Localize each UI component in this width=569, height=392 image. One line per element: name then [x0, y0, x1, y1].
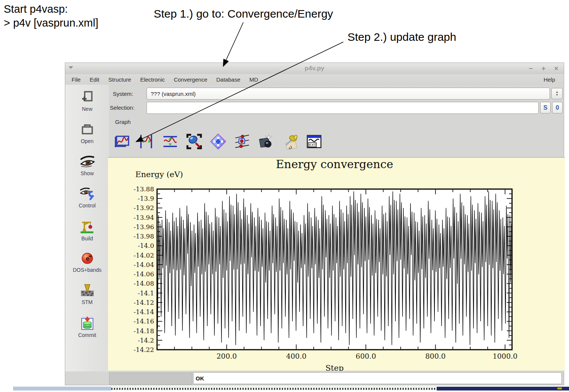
- menu-convergence[interactable]: Convergence: [170, 75, 211, 84]
- sidebar-item-label: DOS+bands: [73, 267, 102, 273]
- menu-electronic[interactable]: Electronic: [136, 75, 169, 84]
- annotation-step1: Step 1.) go to: Convergence/Energy: [154, 7, 333, 20]
- svg-text:-13.94: -13.94: [134, 214, 154, 221]
- update-graph-button[interactable]: [114, 133, 130, 150]
- svg-text:-14.04: -14.04: [134, 261, 154, 268]
- pan-icon: [210, 133, 226, 150]
- sidebar-item-label: Show: [81, 170, 94, 176]
- sidebar-item-label: Control: [79, 203, 96, 209]
- step1-arrow: [223, 22, 243, 66]
- open-icon: [80, 122, 95, 137]
- system-value: ??? (vasprun.xml): [151, 91, 196, 97]
- svg-text:-14.08: -14.08: [134, 280, 154, 287]
- svg-text:-14.0: -14.0: [138, 242, 154, 249]
- svg-text:800.0: 800.0: [425, 352, 446, 360]
- system-combobox[interactable]: ??? (vasprun.xml): [147, 88, 550, 100]
- svg-text:600.0: 600.0: [356, 352, 376, 360]
- svg-text:400.0: 400.0: [286, 352, 306, 360]
- menu-file[interactable]: File: [67, 75, 85, 84]
- selection-s-button[interactable]: S: [540, 102, 551, 113]
- graph-options-button[interactable]: [234, 133, 250, 150]
- sidebar-item-commit[interactable]: Commit: [65, 315, 109, 347]
- svg-text:EXT.: EXT.: [309, 143, 317, 147]
- energy-convergence-chart[interactable]: -13.88-13.9-13.92-13.94-13.96-13.98-14.0…: [108, 158, 565, 371]
- sidebar-item-new[interactable]: New: [65, 90, 109, 122]
- svg-text:-14.14: -14.14: [134, 308, 154, 316]
- graph-panel[interactable]: -13.88-13.9-13.92-13.94-13.96-13.98-14.0…: [108, 157, 565, 371]
- graph-options-icon: [234, 133, 250, 150]
- sidebar-item-stm[interactable]: STM: [65, 283, 109, 315]
- svg-text:-14.12: -14.12: [134, 299, 154, 306]
- selection-input[interactable]: [147, 102, 539, 114]
- app-window: p4v.py − + × File Edit Structure Electro…: [65, 63, 564, 385]
- menu-md[interactable]: MD: [245, 75, 262, 84]
- system-label: System:: [113, 91, 133, 97]
- sidebar-item-label: Open: [81, 138, 93, 144]
- snapshot-button[interactable]: [258, 133, 274, 150]
- fit-horizontal-button[interactable]: [138, 133, 154, 150]
- update-graph-icon: [114, 134, 130, 149]
- svg-text:200.0: 200.0: [216, 352, 237, 360]
- svg-text:e: e: [86, 255, 89, 262]
- sidebar-item-open[interactable]: Open: [65, 122, 109, 154]
- zoom-button[interactable]: [186, 133, 202, 150]
- menu-structure[interactable]: Structure: [104, 75, 135, 84]
- svg-text:-14.1: -14.1: [138, 289, 154, 297]
- titlebar[interactable]: p4v.py − + ×: [65, 63, 564, 74]
- svg-text:-13.9: -13.9: [138, 195, 154, 202]
- stm-icon: [79, 283, 96, 298]
- svg-text:-13.96: -13.96: [134, 223, 154, 231]
- fit-horizontal-icon: [138, 134, 154, 149]
- menu-database[interactable]: Database: [212, 75, 244, 84]
- fit-vertical-icon: [162, 134, 178, 149]
- publish-icon: [282, 133, 298, 150]
- system-spinner[interactable]: ▲ ▼: [551, 88, 563, 99]
- window-menu-icon[interactable]: [69, 66, 73, 69]
- sidebar-item-label: Build: [81, 235, 93, 241]
- background-window-strip: [13, 386, 569, 391]
- sidebar-item-label: Commit: [78, 332, 96, 338]
- svg-text:Energy convergence: Energy convergence: [276, 158, 393, 171]
- sidebar-item-dos-bands[interactable]: e DOS+bands: [65, 251, 109, 283]
- window-title: p4v.py: [65, 65, 564, 72]
- fit-vertical-button[interactable]: [162, 133, 178, 150]
- show-icon: [79, 154, 96, 169]
- menu-help[interactable]: Help: [539, 75, 559, 84]
- svg-text:Step: Step: [325, 364, 344, 371]
- pan-button[interactable]: [210, 133, 226, 150]
- annotation-step2: Step 2.) update graph: [347, 31, 456, 43]
- dos-bands-icon: e: [80, 251, 95, 266]
- graph-toolbar: EXT.: [114, 133, 322, 150]
- selection-zero-button[interactable]: 0: [552, 102, 563, 113]
- status-message: OK: [193, 372, 562, 384]
- svg-text:-14.22: -14.22: [134, 346, 154, 353]
- minimize-button[interactable]: −: [527, 65, 535, 73]
- control-icon: [79, 186, 96, 201]
- menubar: File Edit Structure Electronic Convergen…: [65, 74, 564, 85]
- sidebar-item-build[interactable]: Build: [65, 219, 109, 251]
- svg-text:-13.98: -13.98: [134, 233, 154, 240]
- svg-text:-14.18: -14.18: [134, 327, 154, 335]
- tab-graph[interactable]: Graph: [115, 119, 131, 125]
- zoom-icon: [186, 133, 202, 150]
- svg-text:Energy (eV): Energy (eV): [135, 170, 183, 179]
- new-icon: [80, 90, 95, 105]
- maximize-button[interactable]: +: [540, 65, 547, 73]
- external-viewer-icon: EXT.: [306, 134, 322, 149]
- svg-text:-14.02: -14.02: [134, 252, 154, 259]
- svg-text:-14.16: -14.16: [134, 317, 154, 325]
- sidebar-item-label: STM: [82, 299, 93, 305]
- external-viewer-button[interactable]: EXT.: [306, 133, 322, 150]
- close-button[interactable]: ×: [553, 65, 560, 73]
- publish-button[interactable]: [282, 133, 298, 150]
- menu-edit[interactable]: Edit: [85, 75, 103, 84]
- svg-text:1000.0: 1000.0: [493, 352, 517, 360]
- svg-text:-14.06: -14.06: [134, 270, 154, 278]
- sidebar-item-control[interactable]: Control: [65, 186, 109, 219]
- selection-label: Selection:: [110, 104, 135, 111]
- commit-icon: [80, 315, 95, 331]
- spinner-down-icon[interactable]: ▼: [556, 94, 559, 97]
- sidebar-item-show[interactable]: Show: [65, 154, 109, 186]
- status-progress-cell: [109, 373, 192, 385]
- sidebar: New Open Show: [65, 85, 109, 371]
